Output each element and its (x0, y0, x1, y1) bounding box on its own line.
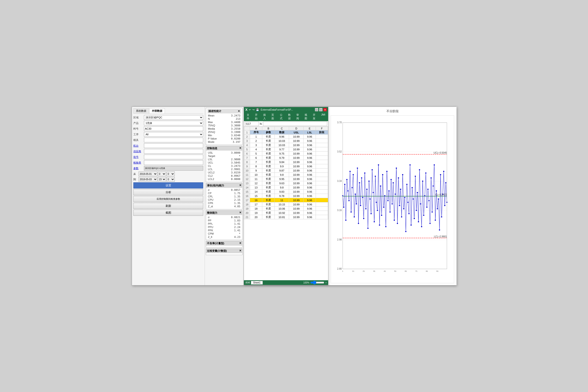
table-row[interactable]: 11 10 长度 9.8 10.99 9.96 (244, 173, 328, 177)
col-header-B[interactable]: B (262, 127, 274, 130)
cell-lsl: 9.96 (304, 177, 316, 181)
refresh-button[interactable]: 刷新 (133, 203, 203, 209)
menu-page[interactable]: 页面 (270, 113, 278, 121)
menu-jmi[interactable]: JMI (319, 113, 327, 121)
setup-button[interactable]: 设置 (133, 182, 203, 188)
product-select[interactable]: 1壳体 (144, 121, 203, 126)
param-input[interactable] (144, 166, 203, 170)
table-row[interactable]: 15 14 长度 9.83 10.99 9.96 (244, 190, 328, 194)
screenshot-button[interactable]: 截图 (133, 210, 203, 216)
formula-input[interactable] (263, 122, 327, 126)
table-row[interactable]: 20 19 长度 10.92 10.99 9.96 (244, 211, 328, 215)
name-box[interactable] (245, 122, 259, 126)
inspect-input[interactable] (144, 160, 203, 165)
batch-label[interactable]: 批号 (133, 155, 144, 159)
save-btn[interactable]: 💾 (256, 108, 259, 111)
col-header-C[interactable]: C (274, 127, 289, 130)
table-row[interactable]: 8 7 长度 9.84 10.99 9.96 (244, 160, 328, 164)
zoom-slider[interactable] (310, 281, 324, 284)
mold-input[interactable] (144, 138, 203, 142)
overall-cap-row: σ0.0821 (207, 216, 241, 219)
menu-view[interactable]: 视图 (303, 113, 311, 121)
table-row[interactable]: 3 2 长度 10.03 10.99 9.96 (244, 139, 328, 143)
inspect-label[interactable]: 检验类 (133, 161, 144, 164)
control-info-row: CL20.0967 (207, 174, 241, 178)
cell-stage (316, 186, 328, 190)
table-row[interactable]: 2 1 长度 9.96 10.99 9.96 (244, 134, 328, 139)
table-row[interactable]: 9 8 长度 9.9 10.99 9.96 (244, 164, 328, 168)
col-header-F[interactable]: F (316, 127, 328, 130)
form-row-partno: 料号 (133, 126, 203, 131)
desc-stats-panel: 描述性统计 ✕ Mean3.2473N213Max3.440075%Q3.308… (206, 108, 242, 145)
minimize-button[interactable]: — (315, 108, 318, 111)
menu-dev[interactable]: 开发 (311, 113, 319, 121)
close-button[interactable]: ✕ (323, 108, 327, 111)
table-row[interactable]: 6 5 长度 9.75 10.99 9.96 (244, 152, 328, 156)
batch-input[interactable] (144, 154, 203, 159)
menu-formula[interactable]: 公式 (278, 113, 286, 121)
table-row[interactable]: 7 6 长度 9.79 10.99 9.96 (244, 156, 328, 160)
sheet-tab[interactable]: Sheet1 (251, 281, 263, 284)
table-row[interactable]: 5 4 长度 9.77 10.99 9.96 (244, 147, 328, 152)
menu-review[interactable]: 审阅 (294, 113, 303, 121)
col-usl-header: USL (289, 130, 304, 134)
control-info-header: 控制信息 ✕ (206, 146, 242, 150)
tab-system-data[interactable]: 系统数据 (133, 108, 149, 114)
cell-stage (316, 215, 328, 219)
to-date-select[interactable]: 2018-05-03 (138, 177, 157, 182)
overall-cap-header: 整体能力 ✕ (206, 210, 242, 215)
cell-usl: 10.99 (289, 152, 304, 156)
process-select[interactable]: All (144, 132, 203, 137)
control-info-row: Target* (207, 154, 241, 158)
to-min-select[interactable]: 0 (166, 177, 175, 182)
table-row[interactable]: 17 16 长度 11 10.99 9.96 (244, 198, 328, 202)
cell-lsl: 9.96 (304, 168, 316, 173)
table-row[interactable]: 18 17 长度 10.15 10.99 9.96 (244, 202, 328, 206)
menu-start[interactable]: 开始 (253, 113, 261, 121)
col-header-E[interactable]: E (304, 127, 316, 130)
supplier-label[interactable]: 供应商 (133, 150, 144, 153)
from-hour-select[interactable]: 0 (158, 172, 166, 176)
redo-btn[interactable]: ↪ (252, 108, 254, 111)
cell-stage (316, 206, 328, 211)
to-hour-select[interactable]: 23 (158, 177, 166, 182)
param-label[interactable]: 参数 (133, 166, 144, 170)
col-header-A[interactable]: A (250, 127, 262, 130)
control-info-row: LCL20.0000 (207, 178, 241, 181)
machine-input[interactable] (144, 143, 203, 148)
main-container: 系统数据 外部数据 区域 演示区域IPQC 产品 1壳体 料号 工序 All (132, 106, 456, 286)
menu-data[interactable]: 数据 (286, 113, 294, 121)
potential-cap-panel: 潜在(组内)能力 ✕ σ0.0857CP1.75CPL1.35CPU2.15CP… (206, 183, 242, 210)
menu-file[interactable]: 文件 (245, 113, 253, 121)
zoom-in-icon[interactable]: + (325, 282, 327, 284)
region-select[interactable]: 演示区域IPQC (144, 115, 203, 120)
machine-label[interactable]: 机台 (133, 144, 144, 148)
desc-stat-row: Mode3.197 (207, 140, 241, 144)
maximize-button[interactable]: □ (319, 108, 322, 111)
from-date-select[interactable]: 2018-05-01 (138, 172, 157, 176)
screenshot-btn-row: 截图 (133, 210, 203, 216)
supplier-input[interactable] (144, 149, 203, 154)
apply-control-button[interactable]: 应用控制限到检查参数 (133, 196, 203, 202)
partno-input[interactable] (144, 126, 203, 131)
cell-param: 长度 (262, 190, 274, 194)
potential-cap-header: 潜在(组内)能力 ✕ (206, 183, 242, 188)
col-header-D[interactable]: D (289, 127, 304, 130)
form-row-product: 产品 1壳体 (133, 121, 203, 126)
table-row[interactable]: 14 13 长度 9.8 10.99 9.96 (244, 186, 328, 190)
table-row[interactable]: 21 20 长度 10.81 10.99 9.96 (244, 215, 328, 219)
analyze-button[interactable]: 分析 (133, 189, 203, 195)
from-min-select[interactable]: 0 (166, 172, 175, 176)
tab-external-data[interactable]: 外部数据 (149, 108, 165, 114)
table-row[interactable]: 12 11 长度 9.95 10.99 9.96 (244, 177, 328, 181)
table-row[interactable]: 19 18 长度 10.06 10.99 9.96 (244, 206, 328, 211)
table-row[interactable]: 13 12 长度 9.63 10.99 9.96 (244, 181, 328, 186)
table-row[interactable]: 10 9 长度 9.87 10.99 9.96 (244, 168, 328, 173)
table-row[interactable]: 16 15 长度 9.78 10.99 9.96 (244, 194, 328, 198)
menu-insert[interactable]: 插入 (261, 113, 270, 121)
table-row[interactable]: 4 3 长度 10.03 10.99 9.96 (244, 143, 328, 147)
undo-btn[interactable]: ↩ (249, 108, 251, 111)
excel-formula-bar: fx (244, 121, 328, 126)
cell-lsl: 9.96 (304, 198, 316, 202)
date-to-row: 到 2018-05-03 23 0 (133, 177, 203, 182)
